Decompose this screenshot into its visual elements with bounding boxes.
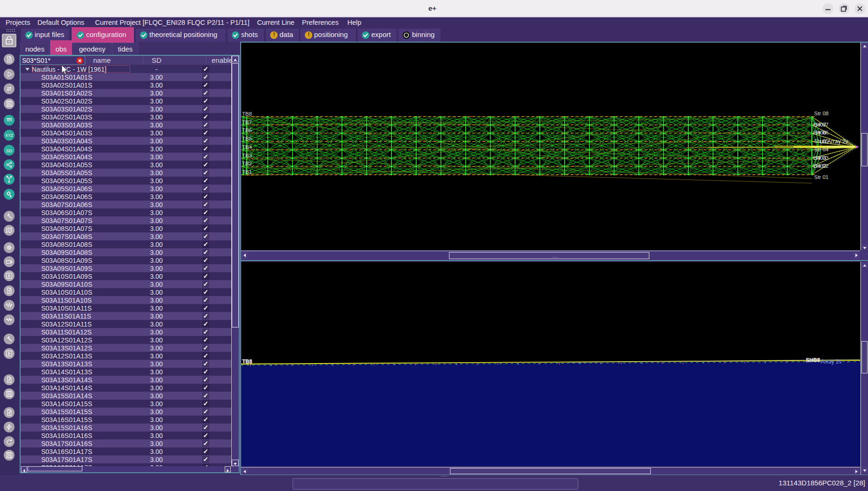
svg-text:TB3: TB3 xyxy=(242,153,252,158)
svg-text:Str 08: Str 08 xyxy=(814,111,829,116)
svg-text:Str 04: Str 04 xyxy=(814,147,829,152)
svg-text:XYZ: XYZ xyxy=(5,133,13,138)
svg-text:TB4: TB4 xyxy=(242,144,252,150)
svg-text:TB8: TB8 xyxy=(242,111,252,117)
svg-text:SD: SD xyxy=(6,148,12,153)
svg-text:un Array 2v: un Array 2v xyxy=(820,138,848,145)
svg-text:Str 01: Str 01 xyxy=(814,174,829,180)
svg-text:TB1: TB1 xyxy=(243,359,252,365)
svg-text:TB5: TB5 xyxy=(242,136,252,141)
svg-text:LH06: LH06 xyxy=(813,130,826,135)
svg-text:Array 2v: Array 2v xyxy=(821,358,842,365)
svg-text:LH03: LH03 xyxy=(813,155,826,161)
svg-text:TB2: TB2 xyxy=(242,161,252,166)
svg-text:TB6: TB6 xyxy=(242,127,252,133)
svg-text:Str08: Str08 xyxy=(807,357,820,363)
svg-text:TB7: TB7 xyxy=(242,119,252,125)
svg-text:TB1: TB1 xyxy=(242,169,252,175)
svg-text:LH02: LH02 xyxy=(813,163,826,169)
svg-text:LH07: LH07 xyxy=(813,122,826,127)
